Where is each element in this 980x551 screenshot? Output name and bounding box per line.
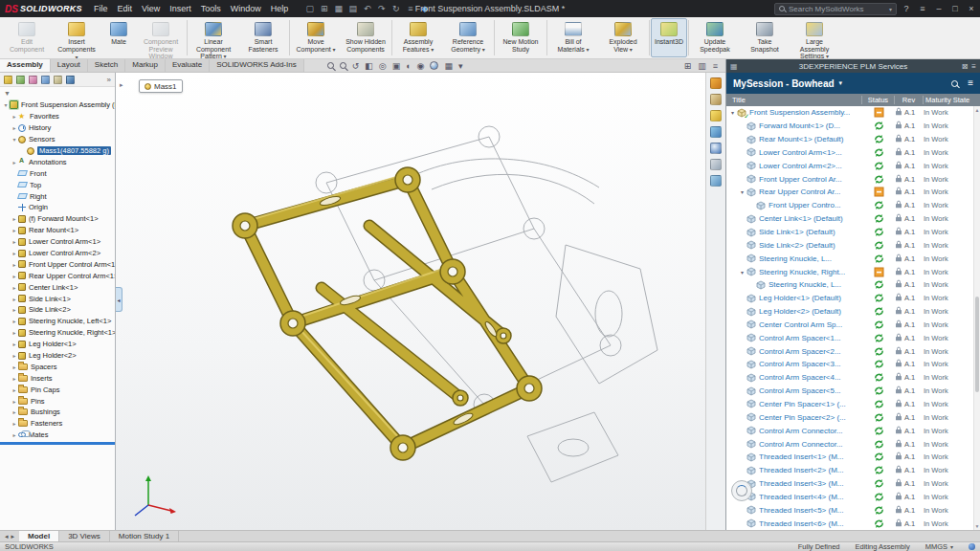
new-icon[interactable]: ▢ <box>302 4 317 13</box>
tree-item[interactable]: ▸Annotations <box>0 156 115 167</box>
mass-sensor-callout[interactable]: Mass1 <box>139 79 183 93</box>
plm-search-icon[interactable] <box>951 80 958 87</box>
view-settings-icon[interactable]: ▾ <box>458 60 463 72</box>
graphics-viewport[interactable]: ▸ Mass1 <box>116 73 705 530</box>
tree-item[interactable]: ▸Mates <box>0 430 115 441</box>
feature-tree-icon[interactable] <box>4 76 12 84</box>
expand-icon[interactable]: ▸ <box>11 113 18 120</box>
expand-icon[interactable]: ▸ <box>11 398 18 405</box>
tree-item[interactable]: ▸Leg Holder<1> <box>0 339 115 350</box>
plm-row[interactable]: Control Arm Spacer<4...A.1In Work <box>726 371 973 385</box>
ribbon-component-preview-window[interactable]: Component Preview Window <box>136 18 186 57</box>
tab-layout[interactable]: Layout <box>51 59 88 72</box>
plm-row[interactable]: Control Arm Spacer<1...A.1In Work <box>726 331 973 344</box>
plm-menu-icon[interactable]: ≡ <box>968 78 973 88</box>
tab-evaluate[interactable]: Evaluate <box>166 59 210 72</box>
close-button[interactable]: × <box>965 4 978 13</box>
task-pane-menu-icon[interactable]: ≡ <box>713 60 718 72</box>
plm-row[interactable]: Threaded Insert<1> (M...A.1In Work <box>726 451 973 464</box>
display-style-icon[interactable]: ◐ <box>406 60 411 72</box>
plm-scrollbar[interactable]: ▲ ▼ <box>973 106 980 530</box>
bottom-tab-3d-views[interactable]: 3D Views <box>59 531 110 541</box>
plm-row[interactable]: Threaded Insert<5> (M...A.1In Work <box>726 503 973 517</box>
plm-row[interactable]: Forward Mount<1> (D...A.1In Work <box>726 120 973 133</box>
flyout-tree-toggle-icon[interactable]: ▸ <box>120 81 123 89</box>
tree-item[interactable]: Origin <box>0 202 115 213</box>
search-box[interactable]: Search MySolidWorks ▾ <box>774 3 897 15</box>
plm-row[interactable]: Threaded Insert<2> (M...A.1In Work <box>726 464 973 477</box>
tree-item[interactable]: Right <box>0 190 115 202</box>
ribbon-linear-component-pattern[interactable]: Linear Component Pattern ▾ <box>189 18 238 57</box>
tree-item[interactable]: ▸Rear Upper Control Arm<1> -> <box>0 270 115 281</box>
plm-row[interactable]: Steering Knuckle, L...A.1In Work <box>726 252 973 265</box>
tree-item[interactable]: ▸Side Link<1> <box>0 293 115 304</box>
ribbon-update-speedpak[interactable]: Update Speedpak <box>690 18 740 57</box>
tree-item[interactable]: ▸Inserts <box>0 372 115 384</box>
menu-file[interactable]: File <box>89 2 113 15</box>
column-header-status[interactable]: Status <box>862 96 895 104</box>
plm-row[interactable]: Control Arm Spacer<5...A.1In Work <box>726 385 973 398</box>
tree-item[interactable]: Top <box>0 179 115 190</box>
tree-item[interactable]: ▸Favorites <box>0 111 115 122</box>
ribbon-edit-component[interactable]: Edit Component <box>2 18 52 57</box>
appearances-icon[interactable] <box>710 143 722 154</box>
scroll-right-icon[interactable]: ▸ <box>11 533 15 540</box>
tree-item[interactable]: ▸Pin Caps <box>0 384 115 395</box>
plm-row[interactable]: Threaded Insert<6> (M...A.1In Work <box>726 517 973 530</box>
plm-row[interactable]: Control Arm Spacer<3...A.1In Work <box>726 358 973 371</box>
plm-row[interactable]: Threaded Insert<4> (M...A.1In Work <box>726 490 973 503</box>
tree-item[interactable]: ▸Center Link<1> <box>0 281 115 293</box>
ribbon-assembly-features[interactable]: Assembly Features ▾ <box>393 18 443 57</box>
expand-icon[interactable]: ▸ <box>11 215 18 222</box>
tab-solidworks-add-ins[interactable]: SOLIDWORKS Add-Ins <box>210 59 304 72</box>
expand-icon[interactable]: ▸ <box>11 420 18 427</box>
expand-icon[interactable]: ▸ <box>11 329 18 336</box>
expand-icon[interactable]: ▸ <box>11 352 18 359</box>
ribbon-exploded-view[interactable]: Exploded View ▾ <box>598 18 648 57</box>
plm-row[interactable]: Threaded Insert<3> (M...A.1In Work <box>726 477 973 491</box>
expand-icon[interactable]: ▸ <box>11 318 18 324</box>
tree-filter[interactable]: ▼ <box>0 87 115 99</box>
tree-item[interactable]: ▸Steering Knuckle, Right<1> ->* <box>0 327 115 339</box>
section-view-icon[interactable]: ◧ <box>365 60 373 72</box>
dimxpert-icon[interactable] <box>41 76 50 84</box>
tree-item[interactable]: ▸Spacers <box>0 361 115 372</box>
plm-row[interactable]: Center Pin Spacer<1> (...A.1In Work <box>726 398 973 411</box>
chevron-down-icon[interactable]: ▾ <box>889 6 892 12</box>
ribbon-new-motion-study[interactable]: New Motion Study <box>496 18 546 57</box>
expand-icon[interactable]: ▸ <box>11 250 18 256</box>
menu-edit[interactable]: Edit <box>112 2 137 15</box>
plm-row[interactable]: Steering Knuckle, L...A.1In Work <box>726 278 973 292</box>
tree-item[interactable]: ▸History <box>0 122 115 134</box>
tree-item[interactable]: ▸Lower Control Arm<1> <box>0 236 115 248</box>
ribbon-reference-geometry[interactable]: Reference Geometry ▾ <box>443 18 493 57</box>
plm-row[interactable]: Side Link<2> (Default)A.1In Work <box>726 238 973 252</box>
menu-tools[interactable]: Tools <box>196 2 226 15</box>
collapse-icon[interactable]: ▾ <box>728 109 737 116</box>
design-library-icon[interactable] <box>710 94 722 105</box>
plm-row[interactable]: Lower Control Arm<1>...A.1In Work <box>726 146 973 160</box>
expand-icon[interactable]: ▸ <box>11 306 18 313</box>
plm-row[interactable]: Control Arm Spacer<2...A.1In Work <box>726 344 973 358</box>
column-header-maturity-state[interactable]: Maturity State <box>924 96 973 104</box>
tree-item[interactable]: ▾Sensors <box>0 134 115 145</box>
tree-item[interactable]: ▸Front Upper Control Arm<1> <box>0 258 115 270</box>
bottom-tab-model[interactable]: Model <box>19 531 59 541</box>
ribbon-large-assembly-settings[interactable]: Large Assembly Settings ▾ <box>790 18 839 57</box>
file-explorer-icon[interactable] <box>710 110 722 121</box>
apply-scene-icon[interactable]: ▦ <box>444 60 453 72</box>
popout-icon[interactable]: ⊠ <box>962 62 969 71</box>
collapse-icon[interactable]: ▾ <box>738 269 746 276</box>
chevron-down-icon[interactable]: ▾ <box>839 79 843 87</box>
plm-tab-icon[interactable] <box>66 76 75 84</box>
expand-icon[interactable]: ▸ <box>11 238 18 245</box>
expand-icon[interactable]: ▸ <box>11 159 18 165</box>
scroll-up-icon[interactable]: ▲ <box>974 107 980 113</box>
3dexperience-compass-icon[interactable] <box>731 480 752 501</box>
annotation-views-icon[interactable]: ◎ <box>379 60 387 72</box>
expand-icon[interactable]: ▸ <box>11 386 18 393</box>
collapse-icon[interactable]: ▾ <box>738 188 746 195</box>
tree-item[interactable]: ▸Fasteners <box>0 418 115 430</box>
scroll-left-icon[interactable]: ◂ <box>5 533 9 540</box>
plm-row[interactable]: Lower Control Arm<2>...A.1In Work <box>726 159 973 172</box>
